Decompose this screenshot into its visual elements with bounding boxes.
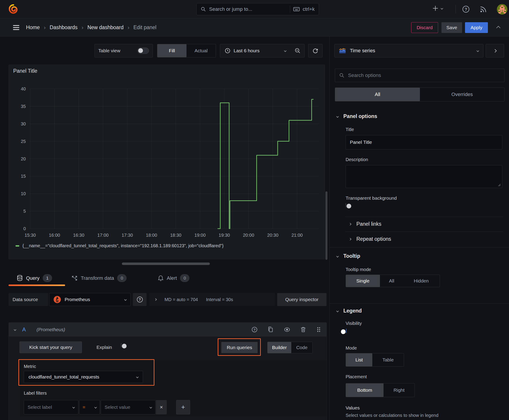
news-icon[interactable] (479, 5, 488, 14)
kick-start-query-button[interactable]: Kick start your query (20, 341, 82, 353)
table-view-label: Table view (98, 48, 120, 53)
chart-legend-item[interactable]: {__name__="cloudflared_tunnel_total_requ… (15, 243, 224, 248)
time-series-chart[interactable]: 051015202530354015:3016:0016:3017:0017:3… (9, 65, 325, 249)
legend-placement-bottom[interactable]: Bottom (346, 383, 384, 397)
builder-code-switch: Builder Code (267, 342, 313, 353)
legend-mode-table[interactable]: Table (372, 353, 404, 366)
tooltip-mode-all[interactable]: All (380, 275, 403, 287)
tab-alert-label: Alert (167, 275, 177, 281)
tooltip-mode-hidden[interactable]: Hidden (403, 275, 439, 287)
query-options-collapsed[interactable]: MD = auto = 704 Interval = 30s (149, 293, 275, 306)
builder-option[interactable]: Builder (267, 342, 291, 353)
toggle-viz-picker-button[interactable] (486, 44, 504, 57)
query-help-icon[interactable]: ? (251, 326, 258, 333)
chevron-down-icon (94, 406, 97, 408)
tab-query[interactable]: Query 1 (17, 274, 52, 282)
legend-placement-label: Placement (346, 374, 367, 379)
search-options-field[interactable]: Search options (335, 69, 504, 82)
vertical-scrollbar-thumb[interactable] (326, 191, 327, 260)
zoom-out-icon (295, 48, 301, 54)
add-filter-button[interactable]: + (176, 400, 190, 414)
disable-query-eye-icon[interactable] (283, 326, 291, 333)
section-header-repeat-options[interactable]: Repeat options (349, 236, 391, 242)
section-header-tooltip[interactable]: Tooltip (337, 253, 360, 259)
y-tick-label: 30 (21, 121, 26, 126)
legend-placement-right[interactable]: Right (384, 383, 415, 397)
duplicate-query-icon[interactable] (267, 326, 274, 333)
legend-visibility-toggle[interactable] (346, 329, 347, 333)
run-queries-button[interactable]: Run queries (221, 342, 258, 353)
y-tick-label: 10 (21, 191, 26, 196)
divider (345, 217, 503, 217)
transparent-background-toggle[interactable] (346, 203, 346, 207)
datasource-help-button[interactable]: ? (133, 293, 146, 306)
query-inspector-button[interactable]: Query inspector (277, 293, 327, 306)
x-tick-label: 19:00 (194, 233, 205, 238)
refresh-button[interactable] (308, 44, 322, 57)
breadcrumb-item-home[interactable]: Home (26, 24, 40, 30)
help-icon[interactable]: ? (461, 5, 471, 14)
label-filter-value-select[interactable]: Select value (101, 400, 156, 414)
menu-icon[interactable] (13, 24, 20, 31)
global-search-bar[interactable]: Search or jump to... ctrl+k (196, 3, 319, 15)
label-filter-operator-select[interactable]: = (79, 400, 100, 414)
title-field-label: Title (346, 127, 354, 132)
tab-alert[interactable]: Alert 0 (158, 274, 190, 282)
explain-toggle[interactable] (121, 343, 122, 347)
delete-query-trash-icon[interactable] (300, 326, 306, 333)
legend-series-marker (15, 245, 19, 247)
tab-all-options[interactable]: All (335, 88, 420, 101)
explain-label: Explain (97, 345, 112, 350)
collapse-header-icon[interactable] (496, 26, 500, 30)
code-option[interactable]: Code (291, 342, 312, 353)
section-header-panel-links[interactable]: Panel links (349, 221, 381, 227)
chevron-down-icon (136, 375, 138, 378)
textarea-resize-handle[interactable] (497, 183, 501, 187)
close-icon: × (160, 404, 163, 410)
legend-mode-list[interactable]: List (346, 353, 372, 366)
x-tick-label: 17:30 (122, 233, 133, 238)
fill-option[interactable]: Fill (157, 44, 187, 57)
grafana-logo-icon[interactable] (8, 4, 19, 15)
panel-resize-handle[interactable] (122, 262, 210, 265)
grafana-edit-panel-screen: Search or jump to... ctrl+k ? (0, 0, 509, 420)
section-header-legend[interactable]: Legend (337, 308, 362, 314)
tab-transform-data[interactable]: Transform data 0 (71, 274, 127, 282)
bell-icon (158, 275, 164, 281)
visualization-value: Time series (350, 48, 473, 54)
chevron-down-icon (14, 328, 16, 331)
drag-handle-icon[interactable] (316, 326, 321, 333)
breadcrumb-item-dashboards[interactable]: Dashboards (50, 24, 77, 30)
chevron-down-icon (150, 406, 152, 408)
chevron-down-icon (284, 49, 286, 52)
tab-overrides[interactable]: Overrides (420, 88, 504, 101)
user-avatar[interactable] (497, 4, 508, 15)
remove-filter-button[interactable]: × (156, 400, 167, 414)
tab-transform-label: Transform data (81, 275, 114, 281)
section-header-panel-options[interactable]: Panel options (337, 113, 377, 119)
zoom-out-button[interactable] (291, 44, 304, 57)
breadcrumb-item-new-dashboard[interactable]: New dashboard (87, 24, 123, 30)
divider (330, 247, 509, 248)
tooltip-mode-single[interactable]: Single (346, 275, 380, 287)
y-tick-label: 40 (21, 86, 26, 91)
legend-values-label: Values (346, 405, 360, 411)
add-new-button[interactable] (432, 5, 443, 12)
metric-select[interactable]: cloudflared_tunnel_total_requests (24, 371, 143, 383)
y-tick-label: 25 (21, 139, 26, 144)
query-row-header[interactable]: A (Prometheus) ? (9, 323, 327, 337)
datasource-picker[interactable]: Prometheus (49, 293, 131, 306)
panel-title-input[interactable] (346, 135, 502, 150)
visualization-picker[interactable]: Time series (334, 44, 483, 57)
clock-icon (225, 48, 230, 54)
actual-option[interactable]: Actual (187, 44, 216, 57)
plus-icon (432, 5, 439, 12)
discard-button[interactable]: Discard (411, 22, 438, 33)
table-view-toggle[interactable] (137, 48, 149, 54)
x-tick-label: 20:30 (267, 233, 279, 238)
panel-description-textarea[interactable] (346, 165, 502, 188)
label-filter-label-select[interactable]: Select label (24, 400, 78, 414)
save-button[interactable]: Save (441, 22, 462, 33)
time-range-picker[interactable]: Last 6 hours (220, 44, 291, 57)
apply-button[interactable]: Apply (465, 22, 488, 33)
